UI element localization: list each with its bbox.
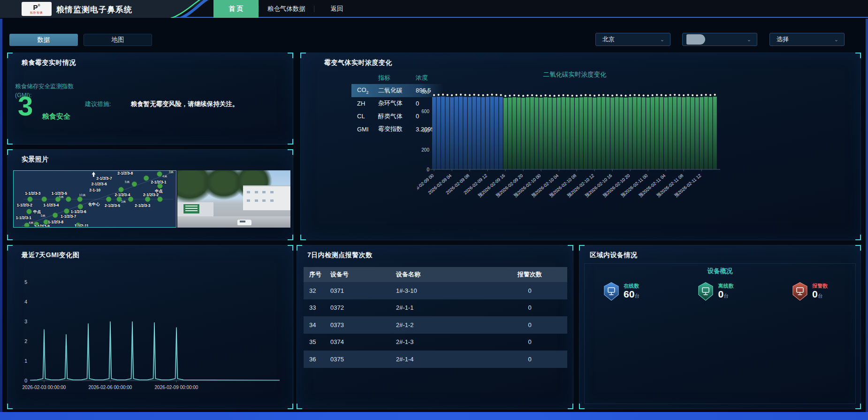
- advice-text: 粮食暂无霉变风险，请继续保持关注。: [131, 100, 239, 108]
- svg-text:2-1/2/3-2: 2-1/2/3-2: [143, 192, 159, 197]
- device-panel: 区域内设备情况 设备概况 在线数60台离线数0台报警数0台: [579, 245, 861, 409]
- svg-text:0: 0: [24, 378, 27, 383]
- device-stat-texts: 在线数60台: [624, 283, 640, 300]
- device-stat-offline: 离线数0台: [697, 282, 733, 301]
- svg-text:二氧化碳实时浓度变化: 二氧化碳实时浓度变化: [543, 71, 607, 78]
- alarm-cell: 0374: [330, 338, 396, 345]
- svg-text:2-1/2/3-3: 2-1/2/3-3: [135, 203, 151, 208]
- online-device-icon: [603, 282, 620, 301]
- device-stat-label: 在线数: [624, 283, 640, 289]
- alarm-table-rows: 3203711#-3-1003303722#-1-103403732#-1-20…: [304, 282, 567, 368]
- alarm-table-row: 3303722#-1-10: [304, 299, 567, 317]
- svg-text:1-1/2-11: 1-1/2-11: [75, 223, 89, 227]
- svg-text:200: 200: [421, 147, 429, 153]
- car: [237, 220, 251, 225]
- green-sign: [183, 204, 200, 214]
- chevron-down-icon: ⌄: [660, 37, 664, 43]
- mold-status-panel: 粮食霉变实时情况 粮食储存安全监测指数 (GMI): 3 粮食安全 建议措施: …: [7, 53, 293, 145]
- alarm-cell: 1#-3-10: [396, 287, 504, 294]
- svg-text:3米: 3米: [169, 171, 174, 174]
- alarm-cell: 0: [504, 338, 556, 345]
- device-stat-value: 60台: [624, 289, 640, 300]
- select-warehouse[interactable]: ⌄: [682, 33, 757, 46]
- alarm-cell: 0371: [330, 287, 396, 294]
- site-photo: [177, 170, 290, 228]
- mold-status-title: 粮食霉变实时情况: [22, 59, 76, 67]
- svg-text:2-1/2/3-7: 2-1/2/3-7: [96, 176, 112, 181]
- alarm-table: 序号 设备号 设备名称 报警次数 3203711#-3-1003303722#-…: [304, 267, 567, 368]
- alarm-panel: 7日内检测点报警次数 序号 设备号 设备名称 报警次数 3203711#-3-1…: [297, 245, 573, 409]
- frame-left-border: [0, 19, 2, 412]
- select-choose[interactable]: 选择⌄: [769, 33, 845, 46]
- svg-text:4米: 4米: [162, 175, 168, 178]
- alarm-panel-title: 7日内检测点报警次数: [307, 251, 373, 260]
- svg-text:2026-02-03 00:00:00: 2026-02-03 00:00:00: [23, 385, 66, 390]
- svg-text:2-1/2/3-6: 2-1/2/3-6: [91, 182, 107, 186]
- svg-text:5米: 5米: [40, 214, 46, 217]
- tab-gas-data[interactable]: 粮仓气体数据: [259, 0, 314, 18]
- photo-panel: 实景照片 2-1/2/3-82-1/2/3-72-1/2/3-12-1/2/3-…: [7, 149, 293, 240]
- svg-text:400: 400: [421, 128, 429, 133]
- alarm-cell: 0373: [330, 321, 396, 328]
- photo-panel-title: 实景照片: [22, 155, 49, 164]
- alarm-cell: 0375: [330, 356, 396, 363]
- gas-name: 霉变指数: [378, 125, 416, 133]
- gmi-index-value: 3: [18, 92, 33, 120]
- logo-subtext: 拓扑智鼻: [30, 11, 43, 14]
- alarm-table-row: 3603752#-1-40: [304, 351, 567, 368]
- alarm-cell: 2#-1-3: [396, 338, 504, 345]
- road: [177, 216, 290, 228]
- svg-text:2: 2: [24, 338, 27, 344]
- gas-name: 二氧化碳: [378, 86, 416, 95]
- select-city[interactable]: 北京⌄: [595, 33, 670, 46]
- device-panel-title: 区域内设备情况: [590, 251, 638, 260]
- alarm-cell: 34: [309, 321, 330, 328]
- svg-text:1-1/2/3-3: 1-1/2/3-3: [25, 191, 41, 196]
- alarm-cell: 2#-1-4: [396, 356, 504, 363]
- sensor-layout-map[interactable]: 2-1/2/3-82-1/2/3-72-1/2/3-12-1/2/3-62-1-…: [13, 170, 176, 228]
- svg-text:1-1/2/3-1: 1-1/2/3-1: [16, 215, 32, 220]
- alarm-cell: 2#-1-1: [396, 304, 504, 311]
- svg-text:3: 3: [24, 319, 27, 324]
- advice-label: 建议措施:: [85, 100, 111, 108]
- svg-text:0: 0: [426, 167, 429, 172]
- alarm-cell: 32: [309, 287, 330, 294]
- map-view-button[interactable]: 地图: [84, 34, 152, 46]
- svg-text:2026-02-09 00:00:00: 2026-02-09 00:00:00: [155, 385, 198, 390]
- tab-back[interactable]: 返回: [314, 0, 359, 18]
- dashboard-root: P® 拓扑智鼻 粮情监测电子鼻系统 首 页粮仓气体数据返回 数据 地图 北京⌄⌄…: [0, 0, 868, 420]
- device-overview-subtitle: 设备概况: [579, 267, 860, 275]
- alarm-table-row: 3203711#-3-100: [304, 282, 567, 299]
- device-stat-alarm: 报警数0台: [792, 282, 828, 301]
- svg-text:2026-02-06 00:00:00: 2026-02-06 00:00:00: [89, 385, 132, 390]
- navbar: P® 拓扑智鼻 粮情监测电子鼻系统 首 页粮仓气体数据返回: [0, 0, 868, 18]
- gas-code: CO2: [357, 86, 378, 95]
- device-stat-label: 离线数: [718, 283, 733, 289]
- gas-name: 杂环气体: [378, 99, 416, 107]
- gas-code: CL: [357, 113, 378, 120]
- svg-text:10米: 10米: [79, 193, 86, 197]
- device-stat-value: 0台: [812, 289, 828, 300]
- gmi-status-text: 粮食安全: [42, 112, 70, 121]
- gas-panel-title: 霉变气体实时浓度变化: [324, 59, 392, 67]
- svg-text:1-1/2/3-2: 1-1/2/3-2: [17, 203, 33, 207]
- svg-text:2-1/2/3-8: 2-1/2/3-8: [117, 171, 133, 176]
- alarm-cell: 0: [504, 356, 556, 363]
- gmi-line-chart: 5432102026-02-03 00:00:002026-02-06 00:0…: [14, 263, 287, 404]
- logo-glyph: P®: [33, 4, 40, 11]
- gas-name: 醇类气体: [378, 112, 416, 121]
- chevron-down-icon: ⌄: [834, 37, 838, 43]
- data-view-button[interactable]: 数据: [9, 34, 78, 46]
- svg-text:2-1/2/3-4: 2-1/2/3-4: [114, 192, 130, 197]
- offline-device-icon: [697, 282, 714, 301]
- svg-text:中点: 中点: [33, 209, 41, 214]
- svg-text:4米: 4米: [29, 221, 34, 224]
- chevron-down-icon: ⌄: [747, 37, 751, 43]
- frame-bottom-bar: [0, 412, 868, 420]
- svg-text:5米: 5米: [121, 200, 126, 203]
- svg-text:1-1/2/3-7: 1-1/2/3-7: [61, 214, 76, 219]
- alarm-table-row: 3503742#-1-30: [304, 334, 567, 351]
- tab-home[interactable]: 首 页: [213, 0, 259, 18]
- svg-text:2-1-10: 2-1-10: [89, 188, 100, 192]
- svg-text:4: 4: [24, 299, 27, 305]
